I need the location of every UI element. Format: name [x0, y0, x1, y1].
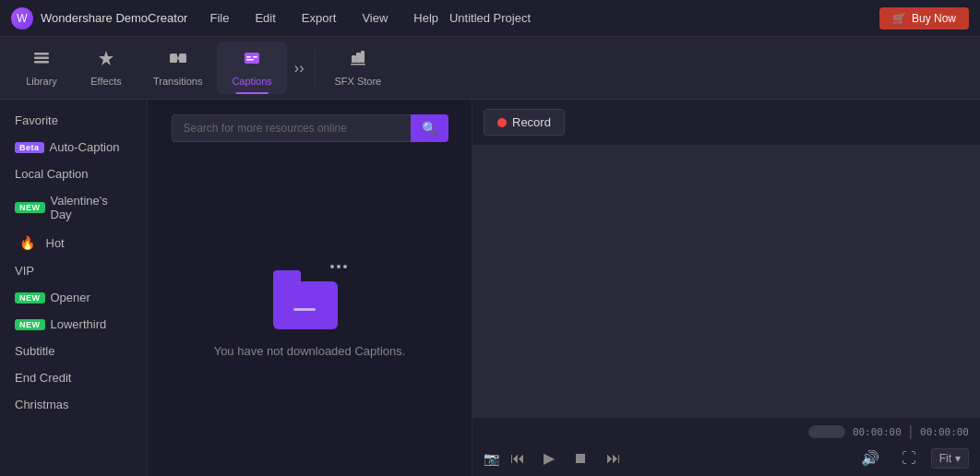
menu-file[interactable]: File [206, 9, 233, 27]
sidebar-item-subtitle[interactable]: Subtitle [0, 338, 147, 364]
empty-folder-icon [273, 265, 347, 329]
progress-oval [808, 425, 845, 438]
beta-badge: Beta [15, 142, 44, 153]
skip-forward-button[interactable]: ⏭ [599, 446, 628, 470]
controls-left: 📷 ⏮ ▶ ⏹ ⏭ [484, 446, 628, 470]
menu-edit[interactable]: Edit [251, 9, 279, 27]
menu-view[interactable]: View [358, 9, 391, 27]
transitions-tab-label: Transitions [153, 76, 202, 87]
svg-rect-8 [253, 56, 257, 58]
svg-rect-11 [356, 53, 361, 63]
sidebar-item-christmas[interactable]: Christmas [0, 391, 147, 418]
svg-rect-12 [361, 51, 365, 63]
christmas-label: Christmas [15, 398, 69, 411]
record-button[interactable]: Record [484, 109, 565, 136]
time-current: 00:00:00 [853, 426, 902, 438]
stop-button[interactable]: ⏹ [566, 446, 595, 470]
logo-icon: W [11, 7, 33, 30]
center-panel: 🔍 You have not downloaded Captions. [148, 100, 472, 476]
sfx-tab-label: SFX Store [334, 76, 381, 87]
sidebar-item-favorite[interactable]: Favorite [0, 107, 147, 134]
time-total: 00:00:00 [920, 426, 969, 438]
menu-help[interactable]: Help [410, 9, 442, 27]
sidebar: Favorite Beta Auto-Caption Local Caption… [0, 100, 148, 476]
hot-badge: 🔥 [15, 234, 41, 251]
auto-caption-label: Auto-Caption [50, 140, 120, 154]
play-button[interactable]: ▶ [536, 446, 562, 470]
search-input[interactable] [172, 114, 411, 142]
main-content: Favorite Beta Auto-Caption Local Caption… [0, 100, 980, 476]
tab-captions[interactable]: Captions [217, 42, 286, 94]
menu-bar: W Wondershare DemoCreator File Edit Expo… [0, 0, 980, 37]
screenshot-button[interactable]: 📷 [484, 451, 499, 466]
captions-tab-label: Captions [232, 76, 271, 87]
app-name: Wondershare DemoCreator [41, 11, 187, 25]
svg-rect-9 [246, 59, 254, 61]
time-bar: 00:00:00 | 00:00:00 [484, 423, 969, 440]
effects-icon [97, 49, 115, 72]
new-badge-valentines: NEW [15, 202, 45, 213]
more-tabs-button[interactable]: ›› [287, 53, 312, 84]
sidebar-item-opener[interactable]: NEW Opener [0, 284, 147, 311]
new-badge-opener: NEW [15, 292, 45, 303]
svg-rect-10 [352, 55, 356, 63]
search-button[interactable]: 🔍 [411, 114, 448, 142]
end-credit-label: End Credit [15, 371, 71, 385]
subtitle-label: Subtitle [15, 344, 54, 358]
search-icon: 🔍 [422, 121, 437, 136]
chevron-down-icon: ▾ [955, 452, 961, 465]
sidebar-item-valentines-day[interactable]: NEW Valentine's Day [0, 187, 147, 228]
controls-row: 📷 ⏮ ▶ ⏹ ⏭ 🔊 ⛶ Fit ▾ [484, 446, 969, 470]
sidebar-item-end-credit[interactable]: End Credit [0, 364, 147, 391]
search-bar: 🔍 [172, 114, 448, 142]
toolbar-divider [315, 50, 316, 87]
menu-export[interactable]: Export [298, 9, 341, 27]
library-tab-label: Library [26, 76, 57, 87]
sidebar-item-auto-caption[interactable]: Beta Auto-Caption [0, 134, 147, 161]
library-icon [32, 49, 51, 72]
sidebar-item-vip[interactable]: VIP [0, 257, 147, 284]
local-caption-label: Local Caption [15, 167, 89, 181]
tab-sfx-store[interactable]: SFX Store [319, 42, 396, 94]
tab-effects[interactable]: Effects [74, 42, 138, 94]
svg-marker-3 [99, 51, 114, 65]
buy-now-label: Buy Now [912, 12, 956, 25]
time-separator: | [909, 423, 913, 440]
sidebar-item-hot[interactable]: 🔥 Hot [0, 228, 147, 257]
volume-button[interactable]: 🔊 [854, 446, 887, 470]
opener-label: Opener [51, 291, 90, 304]
favorite-label: Favorite [15, 113, 58, 127]
skip-back-button[interactable]: ⏮ [503, 446, 532, 470]
fit-select[interactable]: Fit ▾ [931, 448, 969, 469]
menu-items: File Edit Export View Help [206, 9, 879, 27]
svg-rect-13 [351, 64, 365, 65]
effects-tab-label: Effects [90, 76, 121, 87]
sidebar-item-local-caption[interactable]: Local Caption [0, 161, 147, 187]
toolbar: Library Effects Transitions [0, 37, 980, 100]
svg-rect-4 [170, 54, 177, 63]
tab-library[interactable]: Library [9, 42, 74, 94]
folder-tab [273, 270, 301, 281]
svg-rect-2 [34, 61, 49, 64]
sidebar-item-lowerthird[interactable]: NEW Lowerthird [0, 311, 147, 338]
folder-dots [330, 265, 347, 268]
tab-transitions[interactable]: Transitions [138, 42, 217, 94]
record-dot-icon [497, 118, 507, 127]
sfx-icon [349, 49, 367, 72]
preview-area [472, 146, 980, 417]
svg-rect-1 [34, 57, 49, 60]
buy-now-button[interactable]: 🛒 Buy Now [879, 7, 969, 30]
preview-panel: Record 00:00:00 | 00:00:00 📷 ⏮ ▶ ⏹ ⏭ [472, 100, 980, 476]
svg-rect-6 [245, 53, 259, 64]
vip-label: VIP [15, 264, 34, 278]
empty-state: You have not downloaded Captions. [214, 161, 406, 461]
folder-body [273, 281, 338, 329]
fullscreen-button[interactable]: ⛶ [894, 446, 924, 470]
hot-label: Hot [46, 236, 65, 250]
svg-rect-0 [34, 53, 49, 55]
lowerthird-label: Lowerthird [51, 317, 107, 331]
record-label: Record [512, 115, 551, 129]
svg-rect-7 [246, 56, 251, 58]
folder-minus [293, 308, 316, 311]
app-logo: W Wondershare DemoCreator [11, 7, 187, 30]
